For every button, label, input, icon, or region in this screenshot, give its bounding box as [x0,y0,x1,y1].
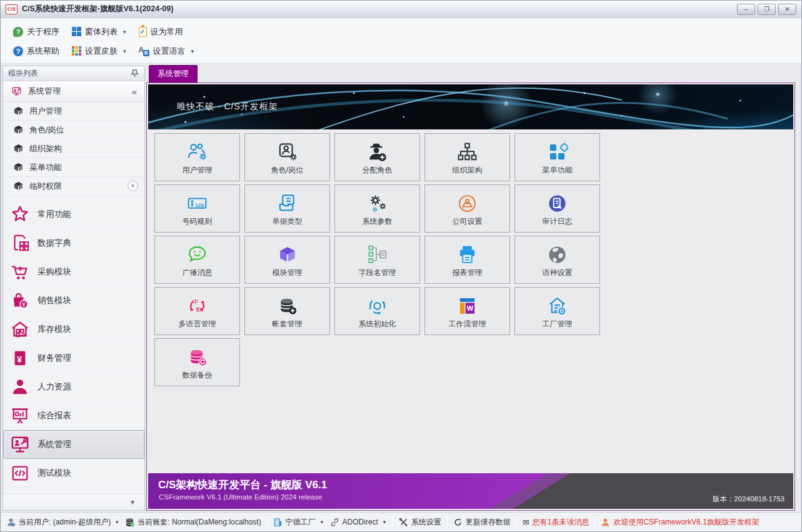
field-tree-icon [366,244,388,266]
tile-multilanguage[interactable]: 中 En 多语言管理 [154,287,240,335]
footer-version: 版本：20240818-1753 [713,494,784,504]
status-unread-messages[interactable]: ✉ 您有1条未读消息 [523,517,589,528]
minimize-button[interactable]: – [737,4,755,15]
collapse-left-icon[interactable]: « [132,86,137,97]
tile-workflow-management[interactable]: W 工作流管理 [424,287,510,335]
footer-banner: C/S架构快速开发平台 - 旗舰版 V6.1 CSFramework V6.1 … [148,473,793,509]
sidebar-item-common[interactable]: 常用功能 [3,200,144,229]
status-factory[interactable]: 宁德工厂 ▼ [273,517,324,528]
tab-system-management[interactable]: 系统管理 [149,65,198,83]
tile-broadcast-message[interactable]: 广播消息 [154,236,240,284]
maximize-button[interactable]: ❐ [758,4,776,15]
status-label: 宁德工厂 [286,517,316,528]
translate-icon: 中 En [186,295,208,317]
cube-icon [14,106,23,116]
close-button[interactable]: ✕ [778,4,796,15]
tools-icon [399,518,408,527]
status-current-user[interactable]: 当前用户: (admin-超级用户) ▼ [6,517,119,528]
tile-label: 工作流管理 [449,319,486,329]
divider [447,517,448,527]
tile-menu-functions[interactable]: 菜单功能 [514,133,600,181]
nav-label: 菜单功能 [29,162,62,173]
tile-audit-log[interactable]: 审计日志 [514,184,600,233]
tile-language-settings[interactable]: 语种设置 [514,236,600,284]
status-label: ADODirect [343,518,378,526]
hero-banner: 唯快不破 - C/S开发框架 [148,84,793,129]
sidebar-item-hr[interactable]: 人力资源 [3,373,144,401]
status-refresh-cache[interactable]: 更新缓存数据 [453,517,511,528]
warehouse-icon [11,320,29,339]
gears-icon [366,193,388,214]
tile-system-parameters[interactable]: 系统参数 [334,184,420,233]
tile-label: 菜单功能 [543,165,573,176]
tile-label: 数据备份 [183,370,213,381]
module-label: 库存模块 [38,324,71,335]
star-icon [11,205,29,224]
sidebar-header: 模块列表 [3,66,144,81]
skin-palette-icon [72,46,81,56]
status-connection[interactable]: ADODirect ▼ [330,518,387,527]
chevron-down-icon[interactable]: ▼ [128,181,138,191]
status-label: 系统设置 [411,517,441,528]
set-language-button[interactable]: AB 设置语言 [134,43,199,59]
pin-icon[interactable] [130,69,139,78]
sidebar-item-inventory[interactable]: 库存模块 [3,315,144,344]
tile-field-name-management[interactable]: 字段名管理 [334,236,420,284]
printer-icon [456,244,478,266]
status-label: 当前账套: Normal(DaMeng:localhost) [138,517,261,528]
tile-factory-management[interactable]: 工厂管理 [514,287,600,335]
tile-org-structure[interactable]: 组织架构 [424,133,510,181]
sidebar-overflow-button[interactable]: ▼ [3,494,144,510]
tile-report-management[interactable]: 报表管理 [424,236,510,284]
set-skin-button[interactable]: 设置皮肤 [67,43,131,59]
tile-assign-roles[interactable]: 分配角色 [334,133,420,181]
sidebar-item-reports[interactable]: 综合报表 [3,401,144,430]
window-list-button[interactable]: 窗体列表 [67,24,131,40]
tile-account-sets[interactable]: 帐套管理 [244,287,330,335]
system-help-button[interactable]: ? 系统帮助 [8,43,64,59]
tile-number-rules[interactable]: 123 号码规则 [154,184,240,233]
sidebar-item-finance[interactable]: ¥ 财务管理 [3,344,144,373]
tile-system-initialization[interactable]: 系统初始化 [334,287,420,335]
status-current-account-set[interactable]: 当前账套: Normal(DaMeng:localhost) [125,517,261,528]
toolbar-label: 关于程序 [27,26,59,38]
module-label: 财务管理 [38,353,71,364]
role-person-frame-icon [276,141,298,163]
nav-label: 角色/岗位 [29,124,64,136]
tab-strip: 系统管理 [146,66,795,83]
sidebar-nav-temp-perm[interactable]: 临时权限 ▼ [3,177,144,196]
svg-text:W: W [467,304,474,312]
set-favorite-button[interactable]: ✓ 设为常用 [134,24,188,40]
status-welcome[interactable]: 欢迎使用CSFrameworkV6.1旗舰版开发框架 [601,517,759,528]
menu-squares-icon [546,141,568,163]
status-system-settings[interactable]: 系统设置 [399,517,441,528]
sidebar-item-data-dictionary[interactable]: 数据字典 [3,229,144,258]
report-board-icon [11,406,29,425]
user-icon [6,518,16,527]
sidebar-item-system-selected[interactable]: 系统管理 [3,430,144,459]
refresh-icon [453,518,463,527]
chat-bubble-icon [186,244,208,266]
tile-label: 审计日志 [543,216,573,227]
tile-label: 号码规则 [183,216,213,227]
tile-document-types[interactable]: 单据类型 [244,184,330,233]
status-label: 欢迎使用CSFrameworkV6.1旗舰版开发框架 [613,517,759,528]
sidebar-group-system[interactable]: 系统管理 « [3,81,144,102]
tile-company-settings[interactable]: 公司设置 [424,184,510,233]
sidebar-nav-menu[interactable]: 菜单功能 [3,158,144,177]
sidebar-nav-user-mgmt[interactable]: 用户管理 [3,102,144,121]
sidebar-item-purchasing[interactable]: 采购模块 [3,258,144,286]
tile-user-management[interactable]: 用户管理 [154,133,240,181]
tile-label: 工厂管理 [543,319,573,329]
tile-data-backup[interactable]: 数据备份 [154,338,240,386]
monitor-wrench-icon [12,85,21,98]
sidebar-nav-roles[interactable]: 角色/岗位 [3,121,144,139]
code-icon [11,464,29,483]
tile-roles[interactable]: 角色/岗位 [244,133,330,181]
about-program-button[interactable]: ? 关于程序 [8,24,64,40]
sidebar-item-sales[interactable]: ¥ 销售模块 [3,286,144,315]
sidebar-nav-org[interactable]: 组织架构 [3,139,144,158]
svg-text:¥: ¥ [22,301,25,308]
tile-module-management[interactable]: 模块管理 [244,236,330,284]
sidebar-item-test[interactable]: 测试模块 [3,459,144,488]
